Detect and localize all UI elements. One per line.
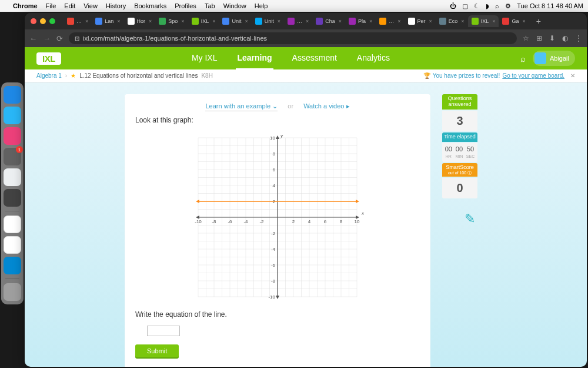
maximize-window-icon[interactable] (49, 18, 55, 24)
close-icon[interactable]: × (397, 18, 400, 24)
menubar-app[interactable]: Chrome (13, 2, 38, 9)
favicon (288, 18, 295, 25)
close-window-icon[interactable] (31, 18, 36, 24)
browser-tab[interactable]: …× (284, 15, 312, 27)
close-icon[interactable]: × (429, 18, 432, 24)
close-icon[interactable]: × (461, 18, 464, 24)
window-controls[interactable] (25, 18, 61, 25)
prompt-look: Look at this graph: (135, 116, 420, 124)
back-button[interactable]: ← (29, 34, 37, 43)
dock-app-edge[interactable] (4, 257, 21, 274)
new-tab-button[interactable]: + (532, 16, 546, 26)
close-icon[interactable]: × (181, 18, 184, 24)
svg-text:-4: -4 (271, 247, 276, 252)
spotlight-icon[interactable]: ⌕ (495, 2, 499, 9)
menu-edit[interactable]: Edit (64, 2, 75, 9)
close-icon[interactable]: × (245, 18, 248, 24)
browser-window: …×Lan×Hor×Spo×IXL×Unit×Unit×…×Cha×Pla×…×… (25, 13, 587, 367)
work-it-out-link[interactable]: Work it out (135, 366, 420, 367)
close-icon[interactable]: × (149, 18, 152, 24)
browser-tab[interactable]: Per× (405, 15, 436, 27)
close-icon[interactable]: × (212, 18, 215, 24)
menu-tab[interactable]: Tab (205, 2, 215, 9)
menu-view[interactable]: View (83, 2, 98, 9)
browser-tab[interactable]: Eco× (436, 15, 468, 27)
watch-video-link[interactable]: Watch a video ▸ (303, 102, 349, 110)
browser-tab[interactable]: Ga× (499, 15, 529, 27)
learn-example-link[interactable]: Learn with an example ⌄ (205, 102, 278, 111)
extensions-icon[interactable]: ⊞ (536, 34, 542, 42)
minimize-window-icon[interactable] (40, 18, 46, 24)
prize-link[interactable]: Go to your game board. (502, 72, 564, 79)
submit-button[interactable]: Submit (135, 344, 179, 357)
browser-tab[interactable]: Cha× (312, 15, 345, 27)
menu-bookmarks[interactable]: Bookmarks (134, 2, 166, 9)
dock-app-trash[interactable] (4, 283, 21, 301)
svg-text:10: 10 (355, 219, 360, 224)
menubar-clock[interactable]: Tue Oct 8 11 48 40 AM (517, 2, 583, 9)
menu-icon[interactable]: ⋮ (575, 34, 582, 42)
breadcrumb-skill[interactable]: L.12 Equations of horizontal and vertica… (79, 72, 198, 79)
browser-tab[interactable]: Unit× (219, 15, 251, 27)
nav-my-ixl[interactable]: My IXL (191, 47, 219, 70)
battery-icon[interactable]: ◗ (486, 2, 489, 10)
display-icon[interactable]: ▢ (462, 2, 468, 10)
power-icon[interactable]: ⏻ (450, 2, 456, 9)
browser-tab[interactable]: Lan× (92, 15, 123, 27)
menu-profiles[interactable]: Profiles (175, 2, 196, 9)
breadcrumb-subject[interactable]: Algebra 1 (36, 72, 62, 79)
browser-tab[interactable]: …× (376, 15, 404, 27)
dock-app-safari[interactable] (4, 107, 21, 124)
nav-analytics[interactable]: Analytics (356, 47, 391, 70)
svg-marker-47 (276, 296, 279, 299)
star-icon[interactable]: ★ (71, 72, 76, 79)
scratchpad-icon[interactable]: ✎ (442, 211, 477, 227)
menu-history[interactable]: History (106, 2, 126, 9)
browser-tab[interactable]: …× (64, 15, 92, 27)
close-icon[interactable]: ✕ (570, 72, 575, 79)
browser-tab[interactable]: Pla× (345, 15, 376, 27)
dock-app-settings[interactable]: 1 (4, 148, 21, 165)
close-icon[interactable]: × (339, 18, 342, 24)
browser-tab[interactable]: Spo× (155, 15, 188, 27)
star-icon[interactable]: ☆ (523, 34, 529, 42)
control-center-icon[interactable]: ⚙ (505, 2, 511, 10)
close-icon[interactable]: × (492, 18, 495, 24)
download-icon[interactable]: ⬇ (549, 34, 555, 42)
badge: 1 (16, 146, 23, 153)
close-icon[interactable]: × (522, 18, 525, 24)
dock-app-finder[interactable] (4, 86, 21, 104)
dock-app-ia[interactable] (4, 236, 21, 254)
browser-tab[interactable]: IXL× (188, 15, 219, 27)
svg-text:-8: -8 (212, 219, 216, 224)
forward-button[interactable]: → (43, 34, 51, 43)
close-icon[interactable]: × (306, 18, 309, 24)
menu-file[interactable]: File (46, 2, 56, 9)
user-menu[interactable]: Abigail (533, 51, 575, 66)
close-icon[interactable]: × (369, 18, 372, 24)
dock-app-screenshot[interactable] (4, 168, 21, 186)
browser-tab[interactable]: Unit× (252, 15, 284, 27)
skill-code: K8H (201, 72, 212, 79)
moon-icon[interactable]: ☾ (474, 2, 480, 10)
svg-text:-8: -8 (271, 279, 276, 284)
close-icon[interactable]: × (85, 18, 88, 24)
dock-app-chrome[interactable] (4, 216, 21, 233)
helper-links: Learn with an example ⌄ or Watch a video… (135, 102, 420, 110)
close-icon[interactable]: × (117, 18, 120, 24)
reload-button[interactable]: ⟳ (56, 34, 63, 43)
close-icon[interactable]: × (278, 18, 280, 24)
browser-tab[interactable]: IXL× (468, 15, 499, 27)
browser-tab[interactable]: Hor× (124, 15, 156, 27)
url-field[interactable]: ⊡ ixl.com/math/algebra-1/equations-of-ho… (69, 32, 517, 44)
dock-app-photos[interactable] (4, 127, 21, 145)
equation-input[interactable] (147, 326, 180, 336)
nav-assessment[interactable]: Assessment (291, 47, 338, 70)
menu-window[interactable]: Window (223, 2, 246, 9)
ixl-logo[interactable]: IXL (36, 52, 61, 65)
search-icon[interactable]: ⌕ (520, 54, 526, 64)
nav-learning[interactable]: Learning (236, 47, 273, 70)
dock-app-calculator[interactable] (4, 189, 21, 207)
profile-icon[interactable]: ◐ (562, 34, 568, 42)
menu-help[interactable]: Help (255, 2, 268, 9)
